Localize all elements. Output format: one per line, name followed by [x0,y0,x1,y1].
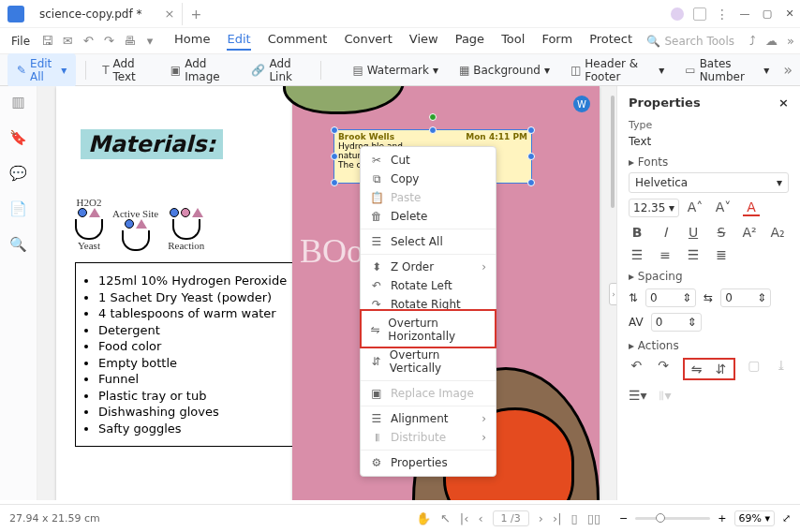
align-center-button[interactable]: ≡ [657,247,674,262]
new-tab-button[interactable]: + [190,7,201,22]
underline-button[interactable]: U [685,225,702,240]
resize-handle[interactable] [331,179,338,186]
subscript-button[interactable]: A₂ [769,225,786,240]
two-page-view-icon[interactable]: ▯▯ [587,511,600,525]
comments-icon[interactable]: 💬 [9,165,27,182]
redo-icon[interactable]: ↷ [101,34,116,48]
font-color-icon[interactable]: A [743,200,760,216]
align-menu-action[interactable]: ☰▾ [629,388,645,404]
ctx-rotate-right[interactable]: ↷Rotate Right [361,295,496,314]
select-tool-icon[interactable]: ↖ [440,511,451,525]
flip-v-action[interactable]: ⇵ [713,362,730,377]
rotate-left-action[interactable]: ↶ [629,358,644,380]
close-panel-icon[interactable]: × [778,96,789,110]
cloud-icon[interactable]: ☁ [765,34,778,48]
resize-handle[interactable] [527,126,535,134]
user-avatar-icon[interactable] [671,7,684,21]
attachments-icon[interactable]: 📄 [9,200,27,217]
char-spacing-input[interactable]: 0⇕ [720,288,771,307]
ctx-overturn-v[interactable]: ⇵Overturn Vertically [361,346,496,377]
share-icon[interactable]: ⤴ [749,34,756,48]
av-spacing-input[interactable]: 0⇕ [651,313,702,332]
watermark-button[interactable]: ▤Watermark▾ [346,59,445,81]
zoom-slider[interactable] [635,517,710,520]
ctx-cut[interactable]: ✂Cut [361,151,496,170]
bookmark-icon[interactable]: 🔖 [9,129,27,146]
collapse-panel-button[interactable]: › [609,283,616,305]
search-tools[interactable]: 🔍 Search Tools [646,35,734,48]
ctx-rotate-left[interactable]: ↶Rotate Left [361,276,496,295]
edit-all-button[interactable]: ✎ Edit All ▾ [7,53,76,87]
menu-edit[interactable]: Edit [227,32,250,51]
bates-number-button[interactable]: ▭Bates Number▾ [678,52,776,88]
menu-form[interactable]: Form [541,32,572,51]
ctx-selectall[interactable]: ☰Select All [361,232,496,251]
menu-tool[interactable]: Tool [501,32,525,51]
font-select[interactable]: Helvetica▾ [629,172,789,193]
background-button[interactable]: ▦Background▾ [452,59,556,81]
flip-h-action[interactable]: ⇋ [689,362,705,377]
hand-tool-icon[interactable]: ✋ [416,511,431,525]
superscript-button[interactable]: A² [741,225,758,240]
print-icon[interactable]: 🖶 [122,34,137,48]
add-image-button[interactable]: ▣Add Image [164,52,238,88]
font-grow-icon[interactable]: A˄ [687,200,704,216]
zoom-out-button[interactable]: − [619,512,628,525]
next-page-button[interactable]: › [539,511,543,525]
print-dropdown-icon[interactable]: ▾ [142,34,157,48]
bold-button[interactable]: B [629,225,645,240]
menu-convert[interactable]: Convert [344,32,392,51]
font-shrink-icon[interactable]: A˅ [715,200,732,216]
file-menu[interactable]: File [6,35,36,48]
undo-icon[interactable]: ↶ [81,34,96,48]
menu-overflow-icon[interactable]: » [787,34,794,48]
rotate-handle[interactable] [429,113,437,121]
line-spacing-input[interactable]: 0⇕ [645,288,696,307]
resize-handle[interactable] [527,179,535,186]
document-canvas[interactable]: Materials: H2O2 Yeast Active Site Reacti… [37,86,616,500]
fit-page-icon[interactable]: ⤢ [782,512,791,525]
first-page-button[interactable]: |‹ [460,511,469,525]
resize-handle[interactable] [527,153,535,160]
menu-view[interactable]: View [409,32,438,51]
add-link-button[interactable]: 🔗Add Link [244,52,311,88]
resize-handle[interactable] [331,153,338,160]
announce-icon[interactable] [693,7,706,21]
toolbar-overflow-icon[interactable]: » [783,61,793,79]
rotate-right-action[interactable]: ↷ [656,358,672,380]
prev-page-button[interactable]: ‹ [478,511,482,525]
ctx-delete[interactable]: 🗑Delete [361,207,496,226]
resize-handle[interactable] [429,126,437,134]
thumbnails-icon[interactable]: ▥ [11,94,24,111]
ctx-zorder[interactable]: ⬍Z Order› [361,258,496,276]
strike-button[interactable]: S [713,225,730,240]
close-tab-icon[interactable]: × [165,7,175,21]
italic-button[interactable]: I [657,225,674,240]
align-justify-button[interactable]: ≣ [713,247,730,262]
menu-protect[interactable]: Protect [589,32,632,51]
ctx-properties[interactable]: ⚙Properties [361,453,496,472]
menu-comment[interactable]: Comment [268,32,328,51]
search-panel-icon[interactable]: 🔍 [9,236,27,253]
menu-home[interactable]: Home [174,32,210,51]
ctx-copy[interactable]: ⧉Copy [361,170,496,188]
header-footer-button[interactable]: ◫Header & Footer▾ [564,52,671,88]
save-icon[interactable]: 🖫 [39,34,54,48]
ctx-alignment[interactable]: ☰Alignment› [361,409,496,428]
scrollbar[interactable] [611,96,615,208]
more-icon[interactable]: ⋮ [716,7,729,22]
mail-icon[interactable]: ✉ [60,34,75,48]
zoom-value[interactable]: 69% ▾ [734,510,775,526]
single-page-view-icon[interactable]: ▯ [571,511,578,525]
align-right-button[interactable]: ☰ [685,247,702,262]
resize-handle[interactable] [331,126,338,134]
ctx-overturn-h[interactable]: ⇋Overturn Horizontally [361,314,496,346]
zoom-in-button[interactable]: + [718,512,726,525]
menu-page[interactable]: Page [455,32,484,51]
add-text-button[interactable]: TAdd Text [96,52,156,88]
page-number-input[interactable]: 1 /3 [493,510,529,526]
maximize-button[interactable]: ▢ [761,7,774,21]
word-badge-icon[interactable]: W [573,96,590,112]
align-left-button[interactable]: ☰ [629,247,645,262]
minimize-button[interactable]: — [738,7,751,21]
